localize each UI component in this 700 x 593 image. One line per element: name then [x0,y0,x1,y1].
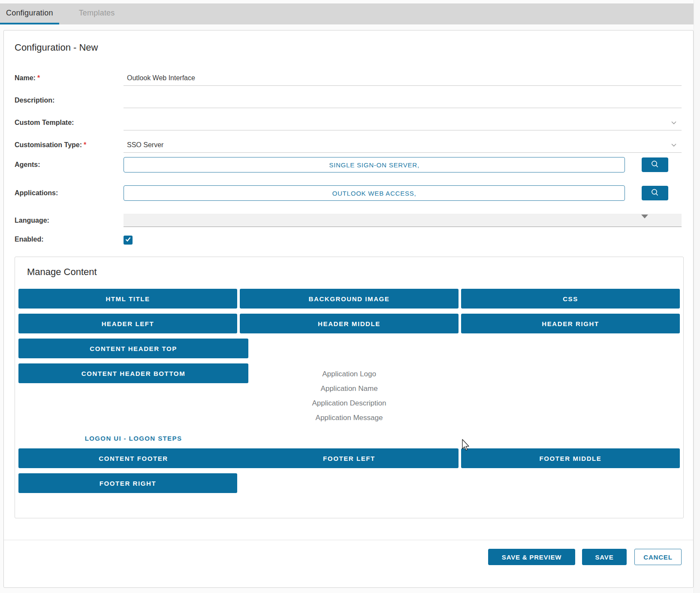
tab-configuration-label: Configuration [6,9,53,18]
language-select-disabled [124,214,682,227]
search-icon [650,160,660,170]
form-row-enabled: Enabled: [15,236,682,245]
form-row-applications: Applications: OUTLOOK WEB ACCESS, [15,185,682,201]
save-and-preview-button[interactable]: SAVE & PREVIEW [488,549,575,565]
content-header-bottom-button[interactable]: CONTENT HEADER BOTTOM [18,363,248,383]
configuration-panel: Configuration - New Name:* Outlook Web I… [3,30,694,588]
manage-content-panel: Manage Content HTML TITLE BACKGROUND IMA… [15,257,684,518]
description-label: Description: [15,97,124,104]
tab-configuration[interactable]: Configuration [0,3,59,24]
content-header-top-button[interactable]: CONTENT HEADER TOP [18,339,248,358]
form-row-customisation-type: Customisation Type:* SSO Server [15,137,682,153]
tab-templates[interactable]: Templates [73,3,121,24]
content-footer-button[interactable]: CONTENT FOOTER [18,448,248,468]
customisation-type-label: Customisation Type:* [15,141,124,149]
customisation-type-select[interactable]: SSO Server [124,137,682,153]
applications-field[interactable]: OUTLOOK WEB ACCESS, [124,185,625,201]
search-icon [650,188,660,199]
logon-ui-logon-steps-link[interactable]: LOGON UI - LOGON STEPS [85,435,182,442]
agents-value: SINGLE SIGN-ON SERVER, [329,161,419,169]
name-value: Outlook Web Interface [127,74,195,82]
chevron-down-icon [670,142,677,150]
form-row-description: Description: [15,93,682,108]
chevron-down-icon [670,119,677,128]
applications-label: Applications: [15,189,124,197]
cancel-button[interactable]: CANCEL [634,549,682,565]
enabled-checkbox[interactable] [124,236,133,245]
application-name-placeholder: Application Name [240,381,459,396]
applications-value: OUTLOOK WEB ACCESS, [332,190,416,197]
agents-field[interactable]: SINGLE SIGN-ON SERVER, [124,157,625,172]
applications-search-button[interactable] [642,186,668,200]
language-label: Language: [15,217,124,224]
form-row-agents: Agents: SINGLE SIGN-ON SERVER, [15,157,682,172]
application-description-placeholder: Application Description [240,396,459,411]
description-input[interactable] [124,93,682,108]
page-title: Configuration - New [4,30,693,53]
name-input[interactable]: Outlook Web Interface [124,70,682,86]
agents-search-button[interactable] [642,157,668,172]
custom-template-select[interactable] [124,115,682,130]
form-row-name: Name:* Outlook Web Interface [15,70,682,86]
vertical-scrollbar[interactable] [694,0,700,593]
form-row-custom-template: Custom Template: [15,115,682,130]
agents-label: Agents: [15,161,124,169]
caret-down-icon [641,215,648,218]
header-right-button[interactable]: HEADER RIGHT [461,314,680,333]
logon-ui-row: LOGON UI - LOGON STEPS [18,435,248,442]
header-middle-button[interactable]: HEADER MIDDLE [240,314,459,333]
application-message-placeholder: Application Message [240,411,459,425]
tab-templates-label: Templates [79,9,115,18]
configuration-form: Name:* Outlook Web Interface Description… [4,70,693,245]
tab-bar: Configuration Templates [0,3,694,24]
header-left-button[interactable]: HEADER LEFT [18,314,237,333]
custom-template-label: Custom Template: [15,119,124,127]
screen: Configuration Templates Configuration - … [0,0,700,593]
application-logo-placeholder: Application Logo [240,367,459,381]
save-button[interactable]: SAVE [582,549,627,565]
footer-middle-button[interactable]: FOOTER MIDDLE [461,448,680,468]
customisation-type-value: SSO Server [127,141,163,149]
footer-left-button[interactable]: FOOTER LEFT [240,448,459,468]
required-asterisk: * [37,74,40,82]
enabled-label: Enabled: [15,236,124,243]
css-button[interactable]: CSS [461,289,680,309]
background-image-button[interactable]: BACKGROUND IMAGE [240,289,459,309]
form-row-language: Language: [15,214,682,227]
required-asterisk: * [84,141,86,148]
form-actions: SAVE & PREVIEW SAVE CANCEL [4,540,693,565]
name-label: Name:* [15,74,124,82]
html-title-button[interactable]: HTML TITLE [18,289,237,309]
check-icon [125,236,131,244]
application-preview-placeholder: Application Logo Application Name Applic… [240,363,459,427]
manage-content-title: Manage Content [18,266,680,278]
footer-right-button[interactable]: FOOTER RIGHT [18,473,237,493]
manage-content-grid: HTML TITLE BACKGROUND IMAGE CSS HEADER L… [18,289,680,493]
